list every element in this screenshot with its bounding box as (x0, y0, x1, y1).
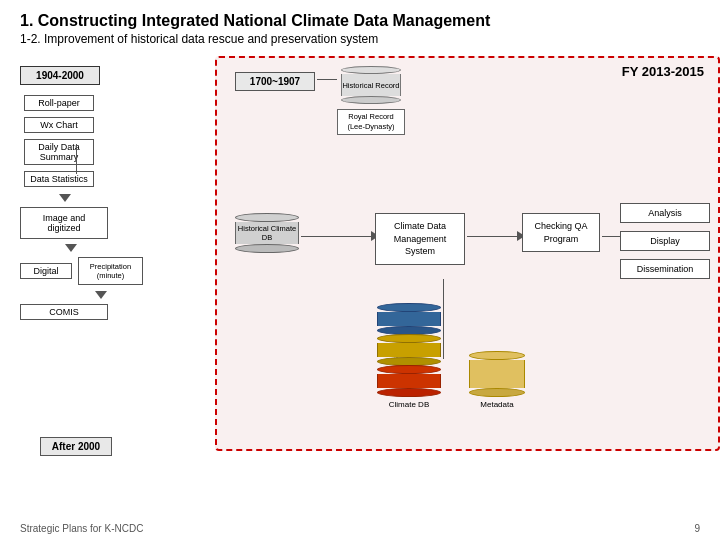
red-dashed-box: FY 2013-2015 1700~1907 Historical Record… (215, 56, 720, 451)
hist-record-label: Historical Record (341, 74, 401, 96)
arrow-down-left (59, 194, 71, 202)
cdms-container: Climate Data Management System (375, 213, 465, 265)
digital-box: Digital (20, 263, 72, 279)
metadata-cylinder: Metadata (467, 351, 527, 409)
arrow-cdms-qa (467, 231, 525, 241)
qa-box: Checking QA Program (522, 213, 600, 252)
daily-data-box: Daily Data Summary (24, 139, 94, 165)
footer-text: Strategic Plans for K-NCDC (20, 523, 143, 534)
data-stats-box: Data Statistics (24, 171, 94, 187)
vline-left (76, 144, 77, 174)
qa-container: Checking QA Program (522, 213, 600, 252)
hist-climate-db-label: Historical Climate DB (235, 222, 299, 244)
arrow-down-left3 (95, 291, 107, 299)
diagram-area: 1904-2000 Roll-paper Wx Chart Daily Data… (20, 56, 700, 466)
right-buttons: Analysis Display Dissemination (620, 203, 710, 279)
arrow-h1 (317, 79, 337, 80)
hist-climate-db-container: Historical Climate DB (235, 213, 299, 253)
arrow-down-left2 (65, 244, 77, 252)
left-items-list: Roll-paper Wx Chart Daily Data Summary D… (24, 95, 94, 187)
year-1700-box: 1700~1907 (235, 72, 315, 91)
page-number: 9 (694, 523, 700, 534)
display-button: Display (620, 231, 710, 251)
dissemination-button: Dissemination (620, 259, 710, 279)
royal-record-box: Royal Record (Lee-Dynasty) (337, 109, 405, 135)
analysis-button: Analysis (620, 203, 710, 223)
after-2000-container: After 2000 (40, 437, 112, 456)
era-1904-box: 1904-2000 (20, 66, 100, 85)
roll-paper-box: Roll-paper (24, 95, 94, 111)
comis-box: COMIS (20, 304, 108, 320)
arrow-db-right (443, 279, 444, 359)
precipitation-box: Precipitation (minute) (78, 257, 143, 285)
metadata-label: Metadata (480, 400, 513, 409)
image-digitized-box: Image and digitized (20, 207, 108, 239)
fy-label: FY 2013-2015 (622, 64, 704, 79)
arrow-from-histdb (301, 231, 379, 241)
left-column: 1904-2000 Roll-paper Wx Chart Daily Data… (20, 56, 135, 466)
subtitle: 1-2. Improvement of historical data resc… (20, 32, 700, 46)
climate-db-cylinders: Climate DB (375, 303, 443, 409)
after-2000-box: After 2000 (40, 437, 112, 456)
year-1700-container: 1700~1907 (235, 72, 315, 91)
climate-db-label: Climate DB (389, 400, 429, 409)
wx-chart-box: Wx Chart (24, 117, 94, 133)
cdms-box: Climate Data Management System (375, 213, 465, 265)
footer: Strategic Plans for K-NCDC 9 (0, 523, 720, 534)
hist-record-container: Historical Record Royal Record (Lee-Dyna… (337, 66, 405, 135)
main-title: 1. Constructing Integrated National Clim… (20, 12, 700, 30)
